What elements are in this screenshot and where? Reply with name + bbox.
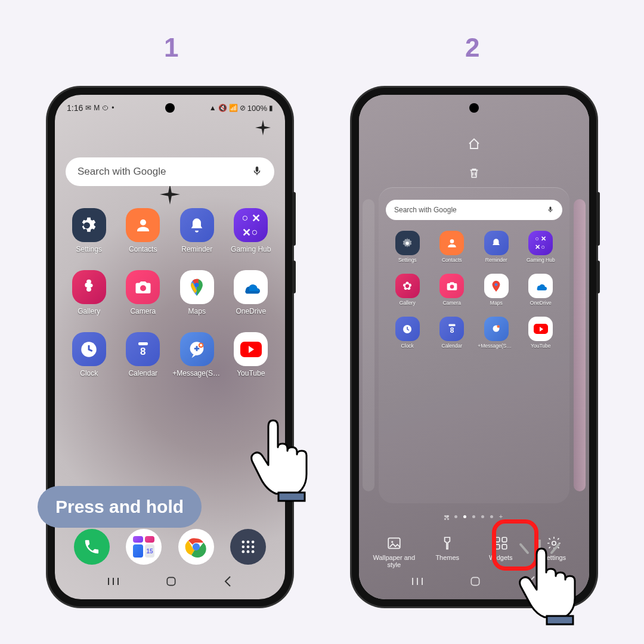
nav-recents-icon[interactable] [411, 577, 423, 589]
app-settings[interactable]: Settings [63, 208, 115, 253]
wallpaper-button[interactable]: Wallpaper and style [370, 535, 418, 568]
nav-back-icon[interactable] [223, 575, 233, 590]
add-page-icon[interactable]: + [499, 515, 503, 518]
app-calendar[interactable]: 8 Calendar [117, 332, 169, 377]
step-1-label: 1 [164, 33, 178, 63]
page-dot [472, 515, 475, 518]
camera-icon [126, 270, 160, 304]
app-label: Reminder [181, 245, 212, 253]
app-label: +Message(SM... [172, 369, 221, 377]
mic-icon [547, 206, 554, 215]
app-message: +Message(SM... [475, 317, 518, 349]
svg-point-16 [252, 550, 255, 553]
onedrive-icon [528, 274, 553, 298]
svg-point-12 [247, 546, 250, 549]
sparkle-icon [160, 184, 180, 205]
clock-icon [72, 332, 106, 366]
app-label: Gaming Hub [527, 257, 555, 263]
svg-rect-34 [471, 577, 479, 585]
wallpaper-label: Wallpaper and style [370, 554, 418, 568]
set-home-page-icon[interactable] [467, 137, 481, 153]
app-calendar: 8 Calendar [431, 317, 474, 349]
calendar-icon: 8 [439, 317, 464, 341]
google-search-bar[interactable]: Search with Google [66, 157, 274, 186]
clock-icon [395, 317, 420, 341]
app-onedrive[interactable]: OneDrive [225, 270, 277, 315]
page-dot [454, 515, 457, 518]
gaming-hub-icon: ○✕✕○ [528, 231, 553, 255]
reminder-icon [180, 208, 214, 242]
app-clock[interactable]: Clock [63, 332, 115, 377]
instruction-callout: Press and hold [38, 486, 202, 528]
app-label: Calendar [128, 369, 157, 377]
calendar-date: 8 [140, 346, 145, 357]
status-mute-icon: 🔇 [218, 104, 227, 112]
page-dot-active [463, 515, 466, 518]
svg-point-19 [495, 283, 498, 286]
status-battery-saver-icon: ▲ [209, 104, 216, 112]
nav-home-icon[interactable] [469, 575, 481, 590]
app-label: Contacts [129, 245, 157, 253]
youtube-icon [234, 332, 268, 366]
app-label: YouTube [531, 343, 550, 349]
svg-point-11 [242, 546, 245, 549]
nav-bar [55, 573, 285, 592]
dock-apps-icon[interactable] [230, 529, 266, 565]
page-preview[interactable]: Search with Google Settings Contacts Rem… [379, 187, 569, 503]
camera-icon [439, 274, 464, 298]
app-reminder[interactable]: Reminder [171, 208, 223, 253]
status-battery-icon: ▮ [269, 104, 273, 112]
app-label: Gaming Hub [231, 245, 271, 253]
app-label: Settings [76, 245, 102, 253]
svg-point-8 [242, 541, 245, 544]
calendar-date: 8 [450, 327, 454, 334]
nav-recents-icon[interactable] [107, 577, 119, 589]
svg-point-33 [552, 541, 556, 546]
page-dot [445, 515, 448, 518]
app-label: YouTube [237, 369, 265, 377]
delete-page-icon[interactable] [467, 166, 481, 182]
page-dot [490, 515, 493, 518]
app-gaming-hub: ○✕✕○ Gaming Hub [519, 231, 563, 263]
app-gaming-hub[interactable]: ○✕✕○ Gaming Hub [225, 208, 277, 253]
app-grid: Settings Contacts Reminder ○✕✕○ [63, 208, 277, 377]
dock-widgets-icon[interactable]: 15 [126, 529, 162, 565]
phone-frame-1: 1:16 ✉ M ⏲ • ▲ 🔇 📶 ⊘ 100% ▮ [48, 88, 292, 606]
mic-icon[interactable] [252, 165, 262, 179]
app-youtube[interactable]: YouTube [225, 332, 277, 377]
svg-rect-17 [167, 577, 175, 585]
nav-back-icon[interactable] [527, 575, 537, 590]
camera-punch-hole [165, 103, 175, 113]
settings-icon [72, 208, 106, 242]
gaming-hub-icon: ○✕✕○ [234, 208, 268, 242]
svg-rect-39 [547, 616, 573, 624]
highlight-widgets [492, 519, 538, 571]
app-message[interactable]: +Message(SM... [171, 332, 223, 377]
themes-button[interactable]: Themes [423, 535, 471, 568]
status-m-icon: M [94, 104, 100, 112]
onedrive-icon [234, 270, 268, 304]
app-gallery[interactable]: Gallery [63, 270, 115, 315]
dock: 15 [66, 529, 274, 565]
status-dot-icon: • [112, 104, 114, 112]
next-page-preview[interactable] [574, 199, 586, 491]
app-label: Reminder [485, 257, 507, 263]
app-maps[interactable]: Maps [171, 270, 223, 315]
nav-home-icon[interactable] [165, 575, 177, 590]
svg-rect-23 [444, 515, 446, 517]
home-screen-edit-mode[interactable]: Search with Google Settings Contacts Rem… [359, 95, 589, 599]
dock-chrome-icon[interactable] [178, 529, 214, 565]
svg-point-13 [252, 546, 255, 549]
page-indicator: + [359, 515, 589, 518]
svg-point-7 [193, 544, 199, 550]
dock-phone-icon[interactable] [74, 529, 110, 565]
maps-icon [180, 270, 214, 304]
app-camera[interactable]: Camera [117, 270, 169, 315]
step-2-label: 2 [465, 33, 479, 63]
app-label: Maps [188, 307, 206, 315]
app-label: Calendar [442, 343, 463, 349]
app-clock: Clock [386, 317, 429, 349]
svg-point-15 [247, 550, 250, 553]
app-contacts[interactable]: Contacts [117, 208, 169, 253]
prev-page-preview[interactable] [363, 199, 374, 491]
